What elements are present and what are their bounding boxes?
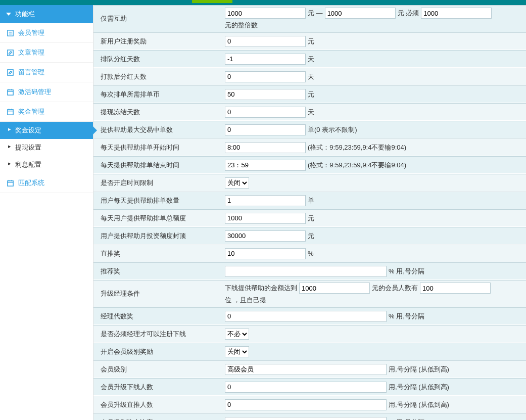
row-mutual-aid: 仅需互助 元 — 元 必须 元的整倍数 [93,5,526,32]
daily-queue-input[interactable] [225,195,306,206]
svg-rect-9 [7,109,13,114]
sidebar-item-matching[interactable]: 匹配系统 [0,173,93,193]
svg-rect-4 [7,69,13,75]
submenu-label: 提现设置 [15,144,41,151]
manager-gen-input[interactable] [225,311,387,322]
field-label: 是否必须经理才可以注册下线 [93,330,225,339]
sidebar-item-message[interactable]: 留言管理 [0,63,93,82]
mutual-min-input[interactable] [225,8,306,19]
queue-dividend-input[interactable] [225,54,306,65]
prefix-text: 下线提供帮助的金额达到 [225,284,297,293]
post-pay-dividend-input[interactable] [225,71,306,82]
hint-text: (格式：9:59,23:59,9:4不要输9:04) [308,161,406,170]
direct-reward-input[interactable] [225,248,306,259]
manager-count-input[interactable] [420,283,491,294]
edit-icon [6,68,14,76]
field-label: 推荐奖 [93,267,225,276]
manager-required-select[interactable]: 不必 [225,329,249,340]
start-time-input[interactable] [225,142,306,153]
sidebar-header-label: 功能栏 [15,10,35,19]
unit-text: 天 [308,108,314,117]
field-label: 仅需互助 [93,14,225,23]
submenu-interest-config[interactable]: 利息配置 [0,156,93,173]
edit-icon [6,49,14,57]
row-end-time: 每天提供帮助排单结束时间 (格式：9:59,23:59,9:4不要输9:04) [93,156,526,174]
register-reward-input[interactable] [225,36,306,47]
row-monthly-cap: 用户提供帮助月投资额度封顶 元 [93,227,526,245]
sidebar-item-member[interactable]: 会员管理 [0,23,93,43]
end-time-input[interactable] [225,160,306,171]
unit-text: 元 [308,37,314,46]
calendar-icon [6,108,14,116]
upgrade-downline-input[interactable] [225,382,387,393]
submenu-withdraw-setting[interactable]: 提现设置 [0,139,93,156]
field-label: 直推奖 [93,249,225,258]
member-level-input[interactable] [225,364,387,375]
svg-rect-13 [7,180,13,185]
unit-text: 元的整倍数 [225,21,258,30]
field-label: 打款后分红天数 [93,72,225,81]
field-label: 每次排单所需排单币 [93,90,225,99]
mutual-max-input[interactable] [325,8,396,19]
row-referral-reward: 推荐奖 % 用,号分隔 [93,262,526,280]
row-max-trades: 提供帮助最大交易中单数 单(0 表示不限制) [93,121,526,138]
unit-text: 天 [308,72,314,81]
row-time-limit-toggle: 是否开启时间限制 关闭 [93,174,526,192]
top-accent [192,0,232,3]
withdraw-freeze-input[interactable] [225,107,306,118]
unit-text: 用,号分隔 (从低到高) [389,383,449,392]
unit-text: 元 必须 [398,9,419,18]
level-bonus-input[interactable] [225,417,387,421]
sidebar-item-label: 激活码管理 [18,87,51,97]
upgrade-direct-input[interactable] [225,399,387,410]
max-trades-input[interactable] [225,124,306,135]
top-bar [0,0,526,5]
sidebar-header[interactable]: 功能栏 [0,5,93,23]
row-register-reward: 新用户注册奖励 元 [93,32,526,50]
field-label: 每天提供帮助排单开始时间 [93,143,225,152]
level-reward-select[interactable]: 关闭 [225,346,249,357]
field-label: 每天用户提供帮助排单总额度 [93,214,225,223]
field-label: 升级经理条件 [93,289,225,298]
field-label: 提供帮助最大交易中单数 [93,125,225,134]
row-daily-queue-count: 用户每天提供帮助排单数量 单 [93,192,526,209]
manager-amount-input[interactable] [299,283,370,294]
sidebar-item-label: 会员管理 [18,28,44,37]
form-main: 仅需互助 元 — 元 必须 元的整倍数 新用户注册奖励 元 排队分红天数 天 [93,5,526,420]
sidebar-item-activation[interactable]: 激活码管理 [0,82,93,102]
row-post-pay-dividend-days: 打款后分红天数 天 [93,68,526,85]
sidebar-item-label: 匹配系统 [18,178,44,188]
unit-text: 单 [308,196,314,205]
sidebar-item-bonus[interactable]: 奖金管理 [0,102,93,122]
field-label: 会员升级下线人数 [93,383,225,392]
sidebar-item-article[interactable]: 文章管理 [0,43,93,63]
field-label: 新用户注册奖励 [93,37,225,46]
row-withdraw-freeze-days: 提现冻结天数 天 [93,103,526,121]
field-label: 会员级别奖金比率 [93,418,225,421]
chevron-down-icon [6,13,11,16]
row-queue-coin-needed: 每次排单所需排单币 元 [93,85,526,103]
daily-amount-input[interactable] [225,213,306,224]
sidebar: 功能栏 会员管理 文章管理 留言管理 激活码管理 奖金管理 奖金设定 提现设置 [0,5,93,420]
svg-rect-0 [7,30,13,35]
row-member-level: 会员级别 用,号分隔 (从低到高) [93,360,526,378]
calendar-icon [6,179,14,187]
post-text: 位 ，且自己提 [225,296,266,305]
field-label: 开启会员级别奖励 [93,347,225,356]
monthly-cap-input[interactable] [225,230,306,242]
time-limit-select[interactable]: 关闭 [225,177,249,189]
row-daily-queue-amount: 每天用户提供帮助排单总额度 元 [93,209,526,227]
submenu-label: 利息配置 [15,161,41,168]
queue-coin-input[interactable] [225,89,306,100]
hint-text: (格式：9:59,23:59,9:4不要输9:04) [308,143,406,152]
mutual-multiple-input[interactable] [421,8,492,19]
unit-text: 元 — [308,9,323,18]
sidebar-item-label: 文章管理 [18,48,44,57]
row-start-time: 每天提供帮助排单开始时间 (格式：9:59,23:59,9:4不要输9:04) [93,138,526,156]
row-manager-required: 是否必须经理才可以注册下线 不必 [93,325,526,343]
field-label: 提现冻结天数 [93,108,225,117]
field-label: 用户每天提供帮助排单数量 [93,196,225,205]
referral-reward-input[interactable] [225,266,387,277]
submenu-bonus-setting[interactable]: 奖金设定 [0,122,93,139]
row-upgrade-direct: 会员升级直推人数 用,号分隔 (从低到高) [93,396,526,413]
